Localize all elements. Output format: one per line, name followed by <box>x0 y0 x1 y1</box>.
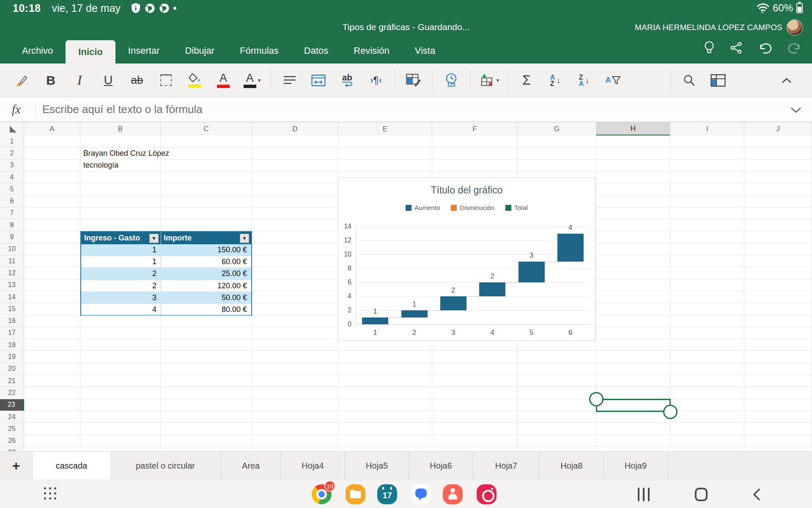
row-header-18[interactable]: 18 <box>0 339 24 351</box>
ribbon-tab-dibujar[interactable]: Dibujar <box>172 38 227 64</box>
calendar-app-icon[interactable]: 17 <box>377 484 397 504</box>
row-header-27[interactable]: 27 <box>0 447 24 451</box>
cell-B2[interactable]: Brayan Obed Cruz López <box>83 147 169 159</box>
column-header-B[interactable]: B <box>80 122 161 136</box>
row-header-14[interactable]: 14 <box>0 291 24 303</box>
table-cell[interactable]: 2 <box>81 280 161 292</box>
home-button[interactable] <box>695 488 708 501</box>
ribbon-tab-revisión[interactable]: Revisión <box>341 38 402 64</box>
app-drawer-icon[interactable] <box>44 487 56 500</box>
table-cell[interactable]: 25.00 € <box>161 268 251 279</box>
selection-handle-top-left[interactable] <box>589 392 604 406</box>
ribbon-tab-datos[interactable]: Datos <box>291 38 341 64</box>
sheet-tab-hoja4[interactable]: Hoja4 <box>281 452 345 480</box>
select-all-corner[interactable] <box>0 122 24 136</box>
table-row[interactable]: 480.00 € <box>81 304 251 316</box>
row-header-20[interactable]: 20 <box>0 363 24 375</box>
ribbon-tab-archivo[interactable]: Archivo <box>9 38 66 64</box>
table-cell[interactable]: 1 <box>81 244 161 256</box>
row-header-9[interactable]: 9 <box>0 231 24 243</box>
column-header-I[interactable]: I <box>670 122 744 136</box>
excel-data-table[interactable]: Ingreso - Gasto▼Importe▼1150.00 €160.00 … <box>80 231 252 316</box>
share-icon[interactable] <box>730 41 743 54</box>
sheet-tab-hoja7[interactable]: Hoja7 <box>473 452 540 480</box>
cell-shading-button[interactable] <box>403 67 425 94</box>
column-header-G[interactable]: G <box>518 122 596 136</box>
redo-icon[interactable] <box>787 41 802 55</box>
waterfall-chart[interactable]: Título del gráficoAumentoDisminuciónTota… <box>338 177 595 341</box>
bold-button[interactable]: B <box>40 67 62 94</box>
row-header-16[interactable]: 16 <box>0 315 24 327</box>
cell-B3[interactable]: tecnología <box>83 160 118 171</box>
autosum-button[interactable]: Σ <box>516 67 538 94</box>
ribbon-tab-inicio[interactable]: Inicio <box>66 40 115 64</box>
table-row[interactable]: 160.00 € <box>81 256 251 268</box>
column-header-A[interactable]: A <box>24 122 80 136</box>
row-header-7[interactable]: 7 <box>0 207 24 219</box>
sheet-tab-hoja5[interactable]: Hoja5 <box>345 452 409 480</box>
account-avatar[interactable] <box>787 19 803 36</box>
format-painter-button[interactable] <box>11 67 33 94</box>
table-cell[interactable]: 150.00 € <box>161 244 251 256</box>
collapse-ribbon-chevron-icon[interactable] <box>776 67 798 94</box>
row-header-15[interactable]: 15 <box>0 303 24 315</box>
selection-handle-bottom-right[interactable] <box>663 405 678 419</box>
row-header-3[interactable]: 3 <box>0 160 24 171</box>
row-header-17[interactable]: 17 <box>0 327 24 339</box>
row-header-5[interactable]: 5 <box>0 183 24 195</box>
table-row[interactable]: 1150.00 € <box>81 244 251 256</box>
table-cell[interactable]: 50.00 € <box>161 292 251 304</box>
table-cell[interactable]: 80.00 € <box>161 304 251 315</box>
chrome-app-icon[interactable]: 10 <box>312 484 332 504</box>
sheet-tab-cascada[interactable]: cascada <box>33 452 110 480</box>
formula-input[interactable] <box>42 98 761 121</box>
row-header-8[interactable]: 8 <box>0 219 24 231</box>
sheet-tab-hoja8[interactable]: Hoja8 <box>540 452 604 480</box>
sort-descending-button[interactable]: ZA↓ <box>573 67 595 94</box>
row-header-26[interactable]: 26 <box>0 435 24 447</box>
back-button[interactable] <box>752 488 761 501</box>
expand-formula-bar-chevron-icon[interactable] <box>790 106 802 114</box>
row-header-2[interactable]: 2 <box>0 147 24 159</box>
table-row[interactable]: 350.00 € <box>81 292 251 304</box>
ribbon-tab-vista[interactable]: Vista <box>402 38 448 64</box>
filter-dropdown-button[interactable]: ▼ <box>149 234 159 243</box>
row-header-10[interactable]: 10 <box>0 243 24 255</box>
column-header-H[interactable]: H <box>596 122 670 136</box>
table-row[interactable]: 2120.00 € <box>81 280 251 292</box>
borders-button[interactable] <box>155 67 177 94</box>
cell-selection-h23[interactable] <box>596 399 671 412</box>
italic-button[interactable]: I <box>69 67 91 94</box>
sheet-tab-hoja6[interactable]: Hoja6 <box>409 452 473 480</box>
number-format-button[interactable]: 123 <box>440 67 462 94</box>
sheet-tab-pastel-o-circular[interactable]: pastel o circular <box>110 452 221 480</box>
row-header-22[interactable]: 22 <box>0 387 24 399</box>
row-header-25[interactable]: 25 <box>0 423 24 435</box>
merge-cells-button[interactable] <box>307 67 329 94</box>
insert-delete-cells-button[interactable]: ▾ <box>478 67 500 94</box>
font-color-button[interactable]: A <box>212 67 234 94</box>
camera-app-icon[interactable] <box>477 484 497 504</box>
row-header-4[interactable]: 4 <box>0 171 24 183</box>
column-header-F[interactable]: F <box>432 122 518 136</box>
sheet-tab-hoja9[interactable]: Hoja9 <box>604 452 668 480</box>
filter-dropdown-button[interactable]: ▼ <box>240 234 249 243</box>
ribbon-tab-insertar[interactable]: Insertar <box>115 38 173 64</box>
column-header-E[interactable]: E <box>338 122 432 136</box>
filter-button[interactable]: A <box>602 67 624 94</box>
text-formatting-button[interactable]: A▾ <box>241 67 263 94</box>
row-header-11[interactable]: 11 <box>0 255 24 267</box>
table-cell[interactable]: 3 <box>81 292 161 304</box>
row-header-12[interactable]: 12 <box>0 267 24 279</box>
row-header-13[interactable]: 13 <box>0 279 24 291</box>
table-cell[interactable]: 4 <box>81 304 161 315</box>
underline-button[interactable]: U <box>97 67 119 94</box>
search-icon[interactable] <box>678 67 700 94</box>
table-cell[interactable]: 2 <box>81 268 161 279</box>
column-header-D[interactable]: D <box>252 122 338 136</box>
table-row[interactable]: 225.00 € <box>81 268 251 280</box>
column-header-C[interactable]: C <box>161 122 252 136</box>
add-sheet-button[interactable]: + <box>6 452 26 480</box>
paragraph-direction-button[interactable]: ›¶‹ <box>365 67 387 94</box>
sort-ascending-button[interactable]: AZ↓ <box>544 67 566 94</box>
